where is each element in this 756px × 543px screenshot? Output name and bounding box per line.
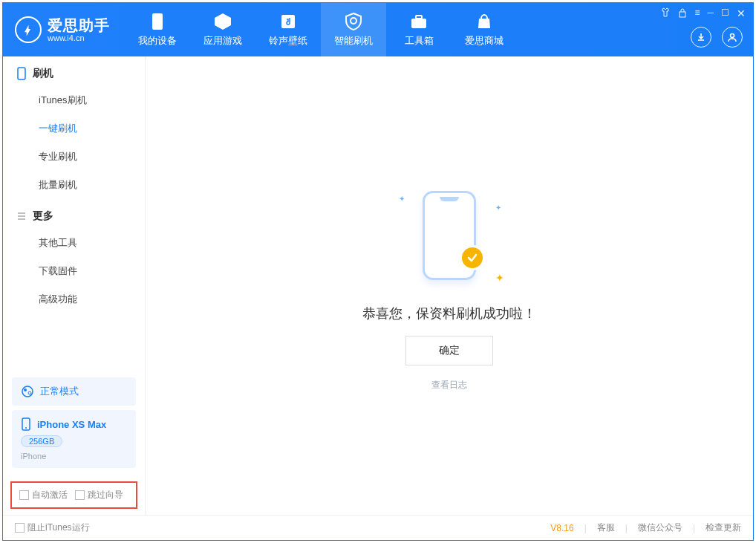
sparkle-icon: ✦ xyxy=(495,272,504,284)
svg-rect-4 xyxy=(416,16,422,19)
sidebar: 刷机 iTunes刷机 一键刷机 专业刷机 批量刷机 更多 其他工具 下载固件 … xyxy=(3,56,146,515)
sidebar-item-pro-flash[interactable]: 专业刷机 xyxy=(3,143,145,171)
app-url: www.i4.cn xyxy=(48,33,110,42)
body-area: 刷机 iTunes刷机 一键刷机 专业刷机 批量刷机 更多 其他工具 下载固件 … xyxy=(3,56,753,515)
checkbox-block-itunes[interactable]: 阻止iTunes运行 xyxy=(15,521,90,534)
bag-icon xyxy=(475,12,494,31)
mode-label: 正常模式 xyxy=(40,385,79,398)
window-controls: ≡ ─ ☐ ✕ xyxy=(660,7,746,19)
svg-point-12 xyxy=(25,427,27,429)
minimize-button[interactable]: ─ xyxy=(707,7,714,19)
svg-rect-0 xyxy=(152,13,163,30)
tab-apps[interactable]: 应用游戏 xyxy=(190,3,255,56)
lock-icon[interactable] xyxy=(678,7,687,19)
music-icon xyxy=(278,12,298,31)
mode-icon xyxy=(21,385,34,398)
svg-point-6 xyxy=(731,34,734,38)
checkbox-auto-activate[interactable]: 自动激活 xyxy=(19,489,68,501)
confirm-button[interactable]: 确定 xyxy=(405,336,493,365)
app-window: 爱思助手 www.i4.cn 我的设备 应用游戏 铃声壁纸 智能刷机 xyxy=(2,2,754,541)
check-badge-icon xyxy=(460,245,485,270)
main-content: ✦ ✦ ✦ 恭喜您，保资料刷机成功啦！ 确定 查看日志 xyxy=(146,56,753,515)
svg-rect-7 xyxy=(18,68,25,79)
success-illustration: ✦ ✦ ✦ xyxy=(382,180,516,291)
check-update-link[interactable]: 检查更新 xyxy=(706,521,741,534)
maximize-button[interactable]: ☐ xyxy=(721,7,729,19)
tab-store[interactable]: 爱思商城 xyxy=(452,3,517,56)
success-message: 恭喜您，保资料刷机成功啦！ xyxy=(362,305,536,322)
phone-icon xyxy=(16,67,27,80)
svg-rect-5 xyxy=(680,12,685,17)
download-button[interactable] xyxy=(691,27,711,48)
sidebar-section-more: 更多 xyxy=(3,199,145,229)
version-label: V8.16 xyxy=(550,523,573,533)
svg-point-8 xyxy=(22,386,33,397)
device-card[interactable]: iPhone XS Max 256GB iPhone xyxy=(12,410,136,468)
close-button[interactable]: ✕ xyxy=(737,7,746,19)
view-log-link[interactable]: 查看日志 xyxy=(431,379,467,391)
logo-area: 爱思助手 www.i4.cn xyxy=(15,16,110,43)
header-actions xyxy=(691,27,743,48)
mode-card[interactable]: 正常模式 xyxy=(12,377,136,406)
support-link[interactable]: 客服 xyxy=(597,521,615,534)
titlebar: 爱思助手 www.i4.cn 我的设备 应用游戏 铃声壁纸 智能刷机 xyxy=(3,3,753,56)
device-type: iPhone xyxy=(21,452,127,461)
sidebar-item-oneclick-flash[interactable]: 一键刷机 xyxy=(3,114,145,143)
sidebar-item-batch-flash[interactable]: 批量刷机 xyxy=(3,171,145,199)
cube-icon xyxy=(213,12,232,31)
shield-icon xyxy=(344,12,363,31)
sidebar-item-advanced[interactable]: 高级功能 xyxy=(3,285,145,313)
svg-point-9 xyxy=(24,388,27,391)
device-phone-icon xyxy=(21,417,31,431)
svg-rect-3 xyxy=(411,19,426,28)
shirt-icon[interactable] xyxy=(660,7,671,19)
app-title: 爱思助手 xyxy=(48,17,110,33)
svg-point-10 xyxy=(28,391,31,394)
device-name: iPhone XS Max xyxy=(37,419,106,430)
menu-icon[interactable]: ≡ xyxy=(694,7,700,19)
checkbox-skip-guide[interactable]: 跳过向导 xyxy=(75,489,123,501)
tab-toolbox[interactable]: 工具箱 xyxy=(386,3,452,56)
sidebar-item-firmware[interactable]: 下载固件 xyxy=(3,257,145,285)
tab-my-device[interactable]: 我的设备 xyxy=(125,3,190,56)
user-button[interactable] xyxy=(722,27,743,48)
wechat-link[interactable]: 微信公众号 xyxy=(638,521,682,534)
device-icon xyxy=(148,12,167,31)
statusbar: 阻止iTunes运行 V8.16 | 客服 | 微信公众号 | 检查更新 xyxy=(3,515,753,540)
toolbox-icon xyxy=(409,12,428,31)
sparkle-icon: ✦ xyxy=(495,204,501,212)
tab-flash[interactable]: 智能刷机 xyxy=(321,3,386,56)
options-highlight-box: 自动激活 跳过向导 xyxy=(10,481,137,509)
logo-icon xyxy=(15,16,42,43)
sidebar-item-itunes-flash[interactable]: iTunes刷机 xyxy=(3,86,145,114)
device-storage: 256GB xyxy=(21,435,62,447)
svg-point-2 xyxy=(351,18,356,24)
sidebar-item-other-tools[interactable]: 其他工具 xyxy=(3,229,145,257)
tab-ringtones[interactable]: 铃声壁纸 xyxy=(255,3,321,56)
sparkle-icon: ✦ xyxy=(399,195,405,203)
sidebar-section-flash: 刷机 xyxy=(3,56,145,86)
nav-tabs: 我的设备 应用游戏 铃声壁纸 智能刷机 工具箱 爱思商城 xyxy=(125,3,517,56)
list-icon xyxy=(16,211,27,221)
